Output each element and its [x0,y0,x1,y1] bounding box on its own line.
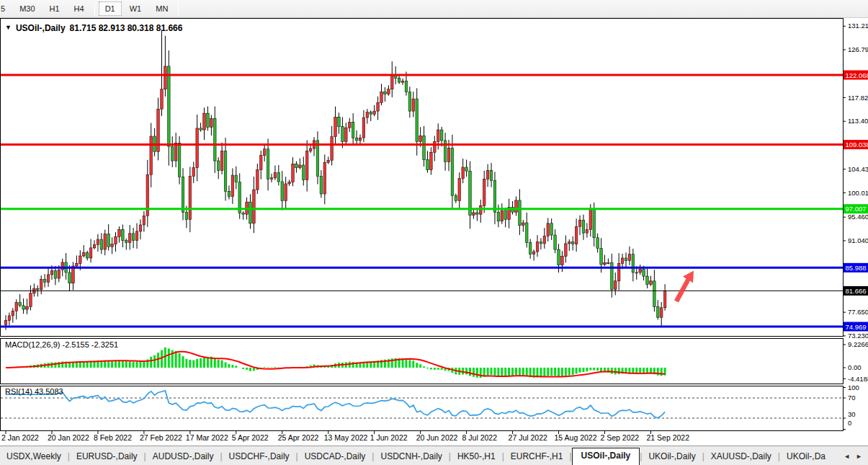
candle-body [473,213,475,216]
candle-body [405,81,408,92]
symbol-tab-eurusd-daily[interactable]: EURUSD-,Daily [70,449,144,465]
candle-body [519,200,522,226]
candle-body [401,81,404,82]
candle-body [571,242,574,244]
timeframe-button-W1[interactable]: W1 [123,1,148,16]
candle-body [643,269,645,276]
candle-body [295,164,298,168]
candle-body [292,164,295,182]
price-tick-label: 113.400 [848,117,868,125]
candle-body [150,136,153,174]
candle-body [639,269,642,272]
ohlc-readout: 81.715 82.913 80.318 81.666 [70,23,183,33]
symbol-tab-audusd-daily[interactable]: AUDUSD-,Daily [146,449,220,465]
candle-body [419,136,422,141]
symbol-tab-usdchf-daily[interactable]: USDCHF-,Daily [223,449,296,465]
price-line-badge-label: 109.038 [846,141,868,149]
symbol-tab-usoil-daily[interactable]: USOil-,Daily [572,448,640,465]
timeframe-button-H1[interactable]: H1 [43,1,66,16]
candle-body [490,170,493,180]
time-tick-label: 5 Apr 2022 [232,433,269,442]
price-tick-label: 95.460 [848,213,868,221]
candle-body [309,149,312,151]
candle-body [663,291,666,307]
price-tick-label: 77.650 [848,308,868,316]
candle-body [596,238,599,249]
candle-body [58,270,61,278]
timeframe-button-5[interactable]: 5 [0,1,12,16]
candle-body [352,123,354,138]
candle-body [12,311,14,316]
candle-body [125,240,127,242]
candle-body [543,236,546,244]
candle-body [384,92,387,94]
candle-body [628,254,631,261]
candle-body [589,209,592,230]
candle-body [451,148,454,195]
symbol-tab-eurchf-h1[interactable]: EURCHF-,H1 [504,449,570,465]
timeframe-button-D1[interactable]: D1 [99,1,122,16]
symbol-tab-xauusd-daily[interactable]: XAUUSD-,Daily [704,449,778,465]
candle-body [89,248,92,258]
candle-body [327,160,330,162]
candle-body [408,92,411,111]
candle-body [465,167,468,171]
candle-body [362,118,365,138]
time-tick-label: 20 Jan 2022 [48,433,89,442]
candle-body [455,195,457,200]
candle-body [653,281,656,307]
candle-body [462,167,465,179]
candle-body [100,239,103,249]
price-line-badge-label: 74.969 [846,323,867,331]
candle-body [288,182,291,184]
candle-body [483,179,486,205]
candle-body [430,152,433,169]
candle-body [412,99,415,111]
candle-body [575,226,578,244]
candle-body [267,149,269,179]
candle-body [547,223,550,236]
tab-scroll-right-icon[interactable]: ► [856,453,862,460]
candle-body [26,306,29,309]
timeframe-button-MN[interactable]: MN [149,1,174,16]
candle-body [302,165,305,180]
candle-body [479,205,482,214]
candle-body [458,179,461,201]
tab-scroll-left-icon[interactable]: ◄ [844,453,850,460]
symbol-tab-hk50-h1[interactable]: HK50-,H1 [451,449,502,465]
candle-body [256,170,259,190]
symbol-tab-ukoil-daily[interactable]: UKOil-,Daily [642,449,702,465]
chart-canvas[interactable]: 131.210126.790117.820113.400104.430100.0… [0,18,868,446]
timeframe-button-H4[interactable]: H4 [68,1,91,16]
candle-body [228,191,231,196]
candle-body [554,235,557,249]
candle-body [536,242,539,252]
candle-body [338,117,341,126]
candle-body [43,280,46,283]
candle-body [522,223,525,226]
candle-body [388,89,390,94]
symbol-tab-usdcnh-daily[interactable]: USDCNH-,Daily [374,449,448,465]
candle-body [213,119,216,161]
symbol-tab-usdcad-daily[interactable]: USDCAD-,Daily [298,449,372,465]
candle-body [660,308,663,317]
timeframe-button-M30[interactable]: M30 [13,1,41,16]
candle-body [50,271,53,275]
candle-body [242,213,245,214]
candle-body [185,212,188,219]
candle-body [79,256,82,263]
symbol-label: USOil-,Daily [16,23,66,33]
time-tick-label: 15 Aug 2022 [555,433,597,442]
time-tick-label: 13 May 2022 [324,433,368,442]
candle-body [621,258,624,263]
candle-body [305,151,308,180]
price-line-badge-label: 97.007 [846,205,867,213]
candle-body [529,242,532,254]
candle-body [604,263,607,265]
rsi-tick-label: 30 [848,410,856,418]
symbol-tab-usdx-weekly[interactable]: USDX,Weekly [0,449,68,465]
price-tick-label: 117.820 [848,94,868,102]
candle-body [440,130,443,141]
symbol-tab-ukoil-da[interactable]: UKOil-,Da [780,449,832,465]
candle-body [249,202,252,223]
